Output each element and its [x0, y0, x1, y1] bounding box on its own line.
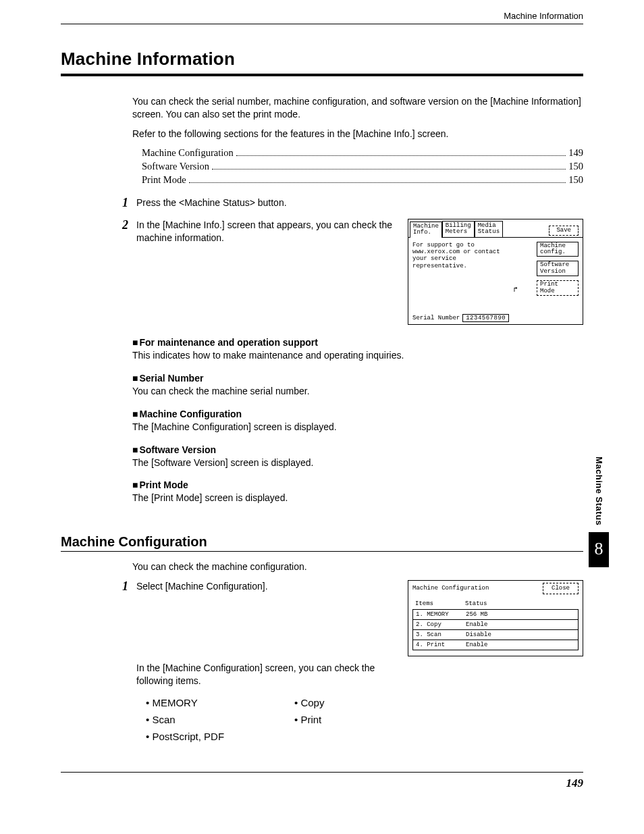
section-heading: Machine Configuration [61, 534, 583, 550]
section-intro: You can check the machine configuration. [132, 561, 583, 572]
page-number: 149 [0, 777, 644, 790]
support-text: For support go to www.xerox.com or conta… [412, 242, 507, 269]
toc-page: 149 [568, 147, 583, 159]
step-number: 1 [119, 197, 128, 209]
save-button: Save [549, 226, 579, 235]
print-mode-button: Print Mode [537, 280, 579, 296]
after-config-text: In the [Machine Configuration] screen, y… [136, 662, 386, 687]
column-header-status: Status [465, 600, 576, 608]
bullet-square-icon: ■ [132, 373, 138, 384]
def-item: ■Software Version The [Software Version]… [132, 444, 583, 469]
def-heading: Print Mode [139, 479, 188, 490]
serial-number-value: 1234567890 [462, 314, 509, 322]
cursor-icon: ↱ [513, 286, 518, 294]
def-body: The [Print Mode] screen is displayed. [132, 492, 583, 504]
toc-label: Software Version [142, 161, 209, 172]
step-text: In the [Machine Info.] screen that appea… [136, 219, 397, 244]
list-item: Print [294, 714, 416, 725]
bullet-square-icon: ■ [132, 444, 138, 455]
def-item: ■Machine Configuration The [Machine Conf… [132, 409, 583, 434]
def-body: This indicates how to make maintenance a… [132, 349, 583, 362]
thumb-tab-label: Machine Status [594, 457, 604, 525]
machine-config-button: Machineconfig. [537, 242, 579, 257]
toc-row: Machine Configuration 149 [142, 147, 583, 159]
def-body: You can check the machine serial number. [132, 385, 583, 398]
config-table: Items Status 1. MEMORY 256 MB 2. Copy En… [408, 600, 583, 656]
def-body: The [Machine Configuration] screen is di… [132, 421, 583, 434]
intro-paragraph-1: You can check the serial number, machine… [132, 95, 583, 121]
list-item: PostScript, PDF [146, 731, 294, 742]
tab-machine-info: MachineInfo. [410, 221, 442, 238]
def-heading: Serial Number [139, 373, 203, 384]
step-text: Select [Machine Configuration]. [136, 580, 397, 593]
table-row: 1. MEMORY 256 MB [412, 610, 579, 620]
footer-rule [61, 772, 583, 773]
toc-leader [212, 161, 566, 170]
intro-paragraph-2: Refer to the following sections for the … [132, 128, 583, 140]
running-header: Machine Information [61, 11, 583, 24]
config-items-list: MEMORY Copy Scan Print PostScript, PDF [146, 697, 583, 742]
table-row: 3. Scan Disable [412, 630, 579, 640]
step-text: Press the <Machine Status> button. [136, 197, 583, 209]
mini-toc: Machine Configuration 149 Software Versi… [142, 147, 583, 186]
list-item: Scan [146, 714, 294, 725]
column-header-items: Items [415, 600, 465, 608]
def-item: ■Print Mode The [Print Mode] screen is d… [132, 479, 583, 504]
tab-billing-meters: BillingMeters [442, 221, 475, 237]
toc-page: 150 [568, 161, 583, 172]
toc-row: Print Mode 150 [142, 174, 583, 186]
bullet-square-icon: ■ [132, 479, 138, 490]
def-heading: Software Version [139, 444, 216, 455]
software-version-button: SoftwareVersion [537, 261, 579, 276]
def-item: ■For maintenance and operation support T… [132, 337, 583, 362]
def-heading: For maintenance and operation support [139, 337, 317, 348]
chapter-number: 8 [589, 532, 609, 567]
toc-label: Print Mode [142, 174, 186, 186]
toc-leader [189, 174, 566, 183]
table-row: 4. Print Enable [412, 640, 579, 650]
procedure-steps: 1 Select [Machine Configuration]. Machin… [119, 580, 583, 687]
def-body: The [Software Version] screen is display… [132, 457, 583, 469]
toc-page: 150 [568, 174, 583, 186]
thumb-tab: Machine Status 8 [589, 457, 609, 567]
tab-media-status: MediaStatus [475, 221, 503, 237]
toc-leader [236, 147, 566, 156]
list-item: MEMORY [146, 697, 294, 708]
step-1: 1 Select [Machine Configuration]. Machin… [119, 580, 583, 687]
machine-info-screen-figure: MachineInfo. BillingMeters MediaStatus S… [408, 219, 583, 325]
toc-label: Machine Configuration [142, 147, 234, 159]
step-1: 1 Press the <Machine Status> button. [119, 197, 583, 209]
step-number: 1 [119, 580, 128, 592]
intro-block: You can check the serial number, machine… [132, 95, 583, 186]
screen-title: Machine Configuration [412, 584, 489, 592]
definition-list: ■For maintenance and operation support T… [132, 337, 583, 504]
list-item: Copy [294, 697, 416, 708]
bullet-square-icon: ■ [132, 337, 138, 348]
step-2: 2 In the [Machine Info.] screen that app… [119, 219, 583, 325]
procedure-steps: 1 Press the <Machine Status> button. 2 I… [119, 197, 583, 325]
close-button: Close [543, 583, 579, 594]
machine-config-screen-figure: Machine Configuration Close Items Status… [408, 580, 583, 656]
step-number: 2 [119, 219, 128, 231]
bullet-square-icon: ■ [132, 409, 138, 419]
def-heading: Machine Configuration [139, 409, 242, 419]
def-item: ■Serial Number You can check the machine… [132, 373, 583, 398]
section-rule [61, 551, 583, 552]
toc-row: Software Version 150 [142, 161, 583, 172]
serial-number-label: Serial Number [412, 315, 460, 321]
title-rule [61, 74, 583, 76]
table-row: 2. Copy Enable [412, 620, 579, 630]
page-title: Machine Information [61, 49, 583, 70]
